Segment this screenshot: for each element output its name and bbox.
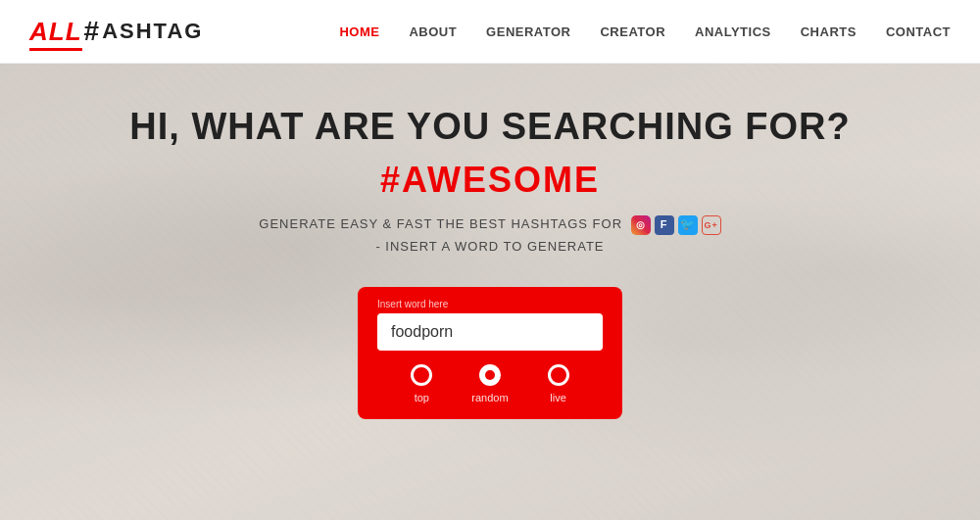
radio-label-random: random	[471, 392, 508, 403]
radio-circle-top	[411, 364, 432, 386]
nav-creator[interactable]: CREATOR	[600, 24, 665, 39]
logo-hash: #	[84, 16, 101, 47]
hero-content: HI, WHAT ARE YOU SEARCHING FOR? #AWESOME…	[129, 106, 850, 420]
hero-hashtag: #AWESOME	[380, 160, 600, 201]
facebook-icon: f	[655, 215, 674, 235]
main-nav: HOME ABOUT GENERATOR CREATOR ANALYTICS C…	[339, 24, 951, 39]
nav-analytics[interactable]: ANALYTICS	[695, 24, 771, 39]
search-container: Insert word here top random live	[358, 287, 622, 419]
nav-home[interactable]: HOME	[339, 24, 379, 39]
radio-label-top: top	[415, 392, 429, 403]
nav-about[interactable]: ABOUT	[409, 24, 457, 39]
radio-random[interactable]: random	[471, 364, 508, 403]
search-box: Insert word here top random live	[358, 287, 622, 419]
instagram-icon: ◎	[631, 215, 651, 235]
hero-section: HI, WHAT ARE YOU SEARCHING FOR? #AWESOME…	[0, 64, 980, 520]
radio-live[interactable]: live	[548, 364, 569, 403]
nav-charts[interactable]: CHARTS	[801, 24, 857, 39]
hero-title: HI, WHAT ARE YOU SEARCHING FOR?	[129, 106, 850, 148]
logo[interactable]: All # ASHTAG	[29, 16, 203, 47]
googleplus-icon: G+	[702, 215, 721, 235]
hero-subtitle-line1: GENERATE EASY & FAST THE BEST HASHTAGS F…	[259, 213, 720, 235]
radio-label-live: live	[550, 392, 566, 403]
hero-social-icons: ◎ f 🐦 G+	[631, 215, 721, 235]
radio-circle-live	[548, 364, 569, 386]
radio-group: top random live	[411, 364, 568, 403]
search-label: Insert word here	[377, 299, 448, 309]
radio-circle-random	[479, 364, 501, 386]
hero-subtitle: GENERATE EASY & FAST THE BEST HASHTAGS F…	[259, 213, 720, 259]
hero-subtitle-line2: - INSERT A WORD TO GENERATE	[259, 235, 720, 258]
radio-top[interactable]: top	[411, 364, 432, 403]
twitter-icon: 🐦	[678, 215, 698, 235]
nav-contact[interactable]: CONTACT	[886, 24, 951, 39]
header: All # ASHTAG HOME ABOUT GENERATOR CREATO…	[0, 0, 980, 64]
logo-ashtag: ASHTAG	[102, 19, 203, 44]
nav-generator[interactable]: GENERATOR	[486, 24, 570, 39]
search-input[interactable]	[377, 313, 603, 351]
logo-all: All	[29, 17, 82, 47]
